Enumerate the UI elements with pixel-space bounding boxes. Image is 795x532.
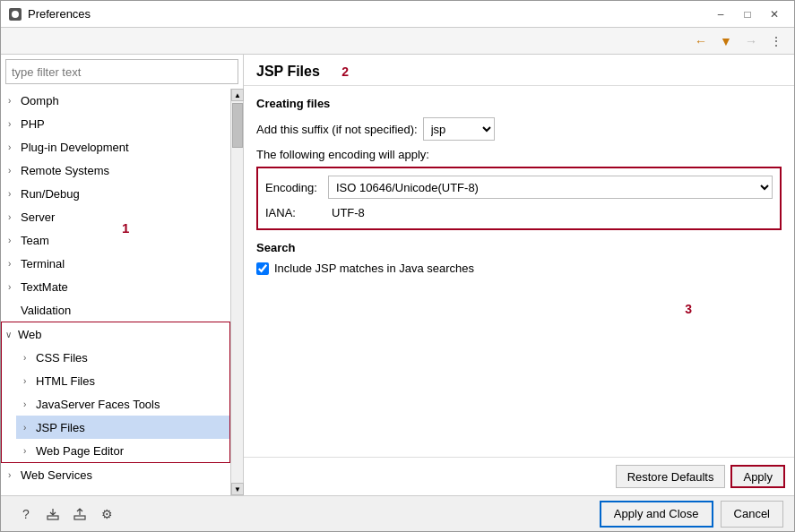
back-dropdown-button[interactable]: ▼	[715, 31, 737, 51]
settings-icon-button[interactable]: ⚙	[96, 503, 117, 525]
title-bar: Preferences – □ ✕	[1, 1, 794, 28]
iana-row: IANA: UTF-8	[265, 204, 773, 221]
forward-button[interactable]: →	[740, 31, 762, 51]
sidebar-item-team[interactable]: › Team	[1, 228, 230, 252]
tree-area: › Oomph › PHP › Plug-in Development › Re…	[1, 89, 243, 495]
sidebar-item-web-services[interactable]: › Web Services	[1, 463, 230, 486]
filter-input[interactable]	[5, 59, 238, 84]
search-section-title: Search	[256, 241, 782, 254]
encoding-row: Encoding: ISO 10646/Unicode(UTF-8)	[265, 176, 773, 199]
apply-close-button[interactable]: Apply and Close	[600, 501, 713, 528]
sidebar-item-label: Web Page Editor	[36, 444, 229, 458]
toolbar: ← ▼ → ⋮	[1, 28, 794, 55]
suffix-row: Add this suffix (if not specified): jsp	[256, 117, 782, 141]
sidebar-item-label: Terminal	[21, 257, 230, 270]
jsp-matches-checkbox[interactable]	[256, 262, 269, 275]
iana-label: IANA:	[265, 206, 328, 219]
encoding-section-label: The following encoding will apply:	[256, 148, 782, 161]
maximize-button[interactable]: □	[735, 4, 760, 24]
sidebar-item-label: CSS Files	[36, 351, 229, 365]
page-title: JSP Files	[256, 64, 320, 80]
close-button[interactable]: ✕	[762, 4, 787, 24]
sidebar-item-web[interactable]: ∨ Web	[2, 322, 229, 346]
apply-button[interactable]: Apply	[730, 465, 785, 488]
scrollbar-down-button[interactable]: ▼	[231, 483, 244, 495]
restore-defaults-button[interactable]: Restore Defaults	[616, 465, 726, 488]
expand-arrow: ›	[8, 119, 21, 129]
content-footer: Restore Defaults Apply	[244, 457, 794, 495]
sidebar-item-oomph[interactable]: › Oomph	[1, 89, 230, 112]
checkbox-label[interactable]: Include JSP matches in Java searches	[274, 262, 474, 275]
sidebar-item-label: Oomph	[21, 94, 230, 107]
expand-arrow: ›	[8, 470, 21, 480]
sidebar-item-label: Web Services	[21, 468, 230, 482]
sidebar: › Oomph › PHP › Plug-in Development › Re…	[1, 55, 244, 495]
cancel-button[interactable]: Cancel	[721, 501, 783, 528]
preferences-window: Preferences – □ ✕ ← ▼ → ⋮ › Oomph › PHP	[0, 0, 795, 532]
expand-arrow: ›	[8, 96, 21, 106]
sidebar-item-label: JSP Files	[36, 421, 229, 434]
dialog-footer-left: ? ⚙	[12, 503, 592, 525]
scrollbar-track[interactable]: ▲ ▼	[230, 89, 243, 495]
dialog-footer: ? ⚙ Apply and Close Cancel	[1, 495, 794, 531]
encoding-label: Encoding:	[265, 181, 328, 194]
expand-arrow: ›	[23, 399, 36, 409]
sidebar-item-label: Validation	[21, 304, 230, 317]
expand-arrow: ›	[23, 423, 36, 433]
sidebar-item-textmate[interactable]: › TextMate	[1, 275, 230, 298]
expand-arrow: ›	[8, 166, 21, 176]
suffix-select[interactable]: jsp	[423, 117, 495, 141]
sidebar-item-html-files[interactable]: › HTML Files	[16, 369, 229, 392]
suffix-label: Add this suffix (if not specified):	[256, 123, 418, 136]
sidebar-item-label: PHP	[21, 117, 230, 131]
encoding-box: Encoding: ISO 10646/Unicode(UTF-8) IANA:…	[256, 167, 782, 230]
sidebar-item-label: Run/Debug	[21, 187, 230, 201]
sidebar-item-validation[interactable]: Validation	[1, 298, 230, 322]
expand-arrow: ›	[8, 282, 21, 292]
export-button[interactable]	[42, 503, 64, 525]
expand-arrow: ›	[8, 259, 21, 269]
content-header: JSP Files 2	[244, 55, 794, 86]
iana-value: UTF-8	[328, 204, 773, 221]
sidebar-item-server[interactable]: › Server	[1, 205, 230, 228]
checkbox-row: Include JSP matches in Java searches	[256, 262, 782, 275]
sidebar-item-jsp-files[interactable]: › JSP Files	[16, 416, 229, 439]
minimize-button[interactable]: –	[708, 4, 733, 24]
sidebar-item-label: Web	[18, 328, 42, 341]
expand-arrow: ›	[8, 142, 21, 152]
sidebar-item-plugin-dev[interactable]: › Plug-in Development	[1, 135, 230, 159]
menu-button[interactable]: ⋮	[765, 31, 787, 51]
help-button[interactable]: ?	[15, 503, 37, 525]
collapse-arrow: ∨	[5, 330, 18, 339]
sidebar-item-web-page-editor[interactable]: › Web Page Editor	[16, 439, 229, 462]
import-button[interactable]	[69, 503, 91, 525]
expand-arrow: ›	[23, 376, 36, 386]
expand-arrow: ›	[8, 236, 21, 245]
sidebar-item-label: Team	[21, 234, 230, 247]
sidebar-item-php[interactable]: › PHP	[1, 112, 230, 135]
sidebar-item-label: Plug-in Development	[21, 141, 230, 154]
sidebar-item-remote-systems[interactable]: › Remote Systems	[1, 159, 230, 182]
sidebar-item-label: JavaServer Faces Tools	[36, 398, 229, 411]
search-section: Search Include JSP matches in Java searc…	[256, 241, 782, 275]
web-children: › CSS Files › HTML Files › JavaServer Fa…	[2, 346, 229, 462]
sidebar-item-terminal[interactable]: › Terminal	[1, 252, 230, 275]
sidebar-item-css-files[interactable]: › CSS Files	[16, 346, 229, 369]
window-title: Preferences	[28, 7, 708, 21]
encoding-select[interactable]: ISO 10646/Unicode(UTF-8)	[328, 176, 773, 199]
expand-arrow: ›	[23, 353, 36, 363]
sidebar-item-run-debug[interactable]: › Run/Debug	[1, 182, 230, 205]
svg-point-1	[12, 11, 19, 18]
content-body: Creating files Add this suffix (if not s…	[244, 86, 794, 457]
sidebar-item-jsf-tools[interactable]: › JavaServer Faces Tools	[16, 392, 229, 416]
window-icon	[8, 7, 22, 21]
sidebar-item-label: Remote Systems	[21, 164, 230, 177]
scrollbar-up-button[interactable]: ▲	[231, 89, 244, 101]
scrollbar-thumb[interactable]	[232, 103, 243, 148]
expand-arrow: ›	[23, 446, 36, 456]
annotation-2: 2	[341, 64, 349, 79]
back-button[interactable]: ←	[690, 31, 712, 51]
svg-rect-3	[74, 516, 85, 519]
expand-arrow: ›	[8, 189, 21, 199]
web-group-box: ∨ Web › CSS Files › HTML Files	[1, 322, 230, 463]
